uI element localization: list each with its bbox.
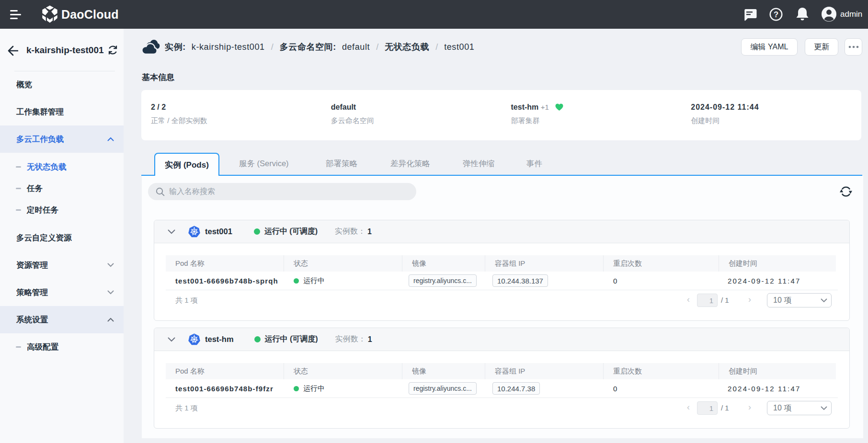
svg-text:?: ? [774, 10, 778, 19]
